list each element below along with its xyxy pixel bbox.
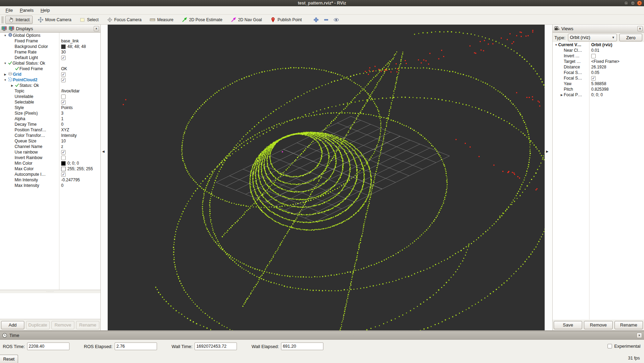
left-panel-splitter[interactable]: ◀	[101, 25, 108, 330]
view-type-select[interactable]: Orbit (rviz) ▼	[568, 34, 617, 41]
rename-button[interactable]: Rename	[614, 321, 643, 329]
minimize-button[interactable]: –	[624, 1, 629, 6]
row-focal-s[interactable]: Focal S…✓	[553, 75, 644, 81]
time-close-button[interactable]: ×	[637, 333, 642, 338]
right-panel-splitter[interactable]: ▶	[545, 25, 552, 330]
tree-value-cell: 0	[59, 122, 64, 127]
menu-panels[interactable]: Panels	[16, 7, 37, 14]
row-max-intensity[interactable]: Max Intensity0	[0, 183, 100, 188]
publish-point-tool[interactable]: Publish Point	[267, 16, 305, 24]
row-position-transf[interactable]: Position Transf…XYZ	[0, 127, 100, 133]
row-alpha[interactable]: Alpha1	[0, 116, 100, 122]
color-swatch[interactable]	[61, 167, 66, 171]
minus-icon[interactable]	[323, 17, 329, 23]
measure-tool[interactable]: Measure	[147, 16, 176, 24]
displays-close-button[interactable]: ×	[94, 26, 99, 31]
expander-icon[interactable]: ▶	[560, 93, 564, 97]
checkbox[interactable]: ✓	[61, 72, 66, 77]
checkbox[interactable]: ✓	[61, 78, 66, 82]
row-fixed-frame[interactable]: Fixed FrameOK	[0, 66, 100, 72]
checkbox[interactable]: ✓	[61, 150, 66, 155]
time-field-input[interactable]	[195, 343, 237, 350]
3d-viewport[interactable]	[108, 25, 545, 330]
row-distance[interactable]: Distance26.1928	[553, 64, 644, 70]
row-queue-size[interactable]: Queue Size10	[0, 138, 100, 144]
reset-button[interactable]: Reset	[0, 355, 18, 363]
toolbar-drag-handle[interactable]	[1, 16, 4, 23]
expander-icon[interactable]: ▼	[3, 62, 8, 65]
row-near-cl[interactable]: Near Cl…0.01	[553, 48, 644, 53]
views-close-button[interactable]: ×	[637, 26, 643, 31]
interact-tool[interactable]: Interact	[5, 16, 33, 24]
expander-icon[interactable]: ▼	[3, 79, 8, 82]
time-field-input[interactable]	[115, 343, 157, 350]
row-default-light[interactable]: Default Light✓	[0, 55, 100, 60]
row-min-color[interactable]: Min Color0; 0; 0	[0, 160, 100, 166]
checkbox[interactable]: ✓	[61, 56, 66, 60]
row-target[interactable]: Target …<Fixed Frame>	[553, 59, 644, 64]
plus-icon[interactable]	[313, 17, 319, 23]
checkbox[interactable]: ✓	[61, 100, 66, 105]
remove-button[interactable]: Remove	[584, 321, 612, 329]
collapse-left-icon[interactable]: ◀	[102, 150, 105, 153]
row-pointcloud2[interactable]: ▼PointCloud2✓	[0, 77, 100, 83]
expander-icon[interactable]: ▶	[10, 84, 15, 87]
row-pitch[interactable]: Pitch0.825398	[553, 86, 644, 92]
expander-icon[interactable]: ▼	[3, 34, 8, 37]
menu-file[interactable]: File	[2, 7, 16, 14]
add-button[interactable]: Add	[1, 321, 24, 329]
save-button[interactable]: Save	[554, 321, 582, 329]
row-selectable[interactable]: Selectable✓	[0, 99, 100, 105]
2d-pose-estimate-tool[interactable]: 2D Pose Estimate	[179, 16, 225, 24]
expander-icon[interactable]: ▼	[554, 43, 558, 47]
pointcloud-render-canvas[interactable]	[108, 25, 545, 330]
row-frame-rate[interactable]: Frame Rate30	[0, 49, 100, 55]
select-tool[interactable]: Select	[76, 16, 101, 24]
row-global-options[interactable]: ▼Global Options	[0, 33, 100, 38]
close-button[interactable]: ×	[637, 1, 642, 6]
move-camera-tool[interactable]: Move Camera	[35, 16, 74, 24]
zero-button[interactable]: Zero	[619, 34, 642, 41]
maximize-button[interactable]: ◻	[630, 1, 635, 6]
row-background-color[interactable]: Background Color48; 48; 48	[0, 44, 100, 49]
time-field-input[interactable]	[281, 343, 323, 350]
checkbox[interactable]	[61, 156, 66, 160]
row-style[interactable]: StylePoints	[0, 105, 100, 110]
eye-icon[interactable]	[333, 17, 339, 23]
collapse-right-icon[interactable]: ▶	[546, 150, 548, 153]
row-current-v[interactable]: ▼Current V…Orbit (rviz)	[553, 42, 644, 48]
row-yaw[interactable]: Yaw5.98858	[553, 81, 644, 86]
color-swatch[interactable]	[61, 161, 66, 166]
row-channel-name[interactable]: Channel Namez	[0, 144, 100, 149]
time-field-input[interactable]	[27, 343, 69, 350]
checkbox[interactable]	[61, 94, 66, 99]
row-status-ok[interactable]: ▶Status: Ok	[0, 83, 100, 88]
row-global-status-ok[interactable]: ▼Global Status: Ok	[0, 60, 100, 66]
row-size-pixels[interactable]: Size (Pixels)3	[0, 110, 100, 116]
row-autocompute-i[interactable]: Autocompute I…✓	[0, 172, 100, 177]
row-topic[interactable]: Topic/livox/lidar	[0, 88, 100, 94]
menu-help[interactable]: Help	[37, 7, 53, 14]
checkbox[interactable]: ✓	[61, 172, 66, 177]
focus-camera-tool[interactable]: Focus Camera	[104, 16, 145, 24]
row-unreliable[interactable]: Unreliable	[0, 94, 100, 99]
row-focal-p[interactable]: ▶Focal P…0; 0; 0	[553, 92, 644, 98]
checkbox[interactable]: ✓	[591, 76, 596, 81]
experimental-checkbox[interactable]	[608, 344, 612, 348]
row-max-color[interactable]: Max Color255; 255; 255	[0, 166, 100, 172]
displays-inner-splitter[interactable]: ······	[0, 290, 100, 293]
row-color-transfor[interactable]: Color Transfor…Intensity	[0, 133, 100, 138]
row-use-rainbow[interactable]: Use rainbow✓	[0, 149, 100, 155]
tree-label-cell: ▼Global Status: Ok	[0, 60, 59, 66]
row-grid[interactable]: ▶Grid✓	[0, 72, 100, 77]
expander-icon[interactable]: ▶	[3, 73, 8, 76]
color-swatch[interactable]	[61, 44, 66, 49]
row-decay-time[interactable]: Decay Time0	[0, 122, 100, 127]
checkbox[interactable]	[591, 54, 596, 58]
2d-nav-goal-tool[interactable]: 2D Nav Goal	[228, 16, 265, 24]
row-invert[interactable]: Invert …	[553, 53, 644, 59]
row-fixed-frame[interactable]: Fixed Framebase_link	[0, 38, 100, 44]
row-min-intensity[interactable]: Min Intensity-0.247795	[0, 177, 100, 183]
row-focal-s[interactable]: Focal S…0.05	[553, 70, 644, 75]
row-invert-rainbow[interactable]: Invert Rainbow	[0, 155, 100, 160]
